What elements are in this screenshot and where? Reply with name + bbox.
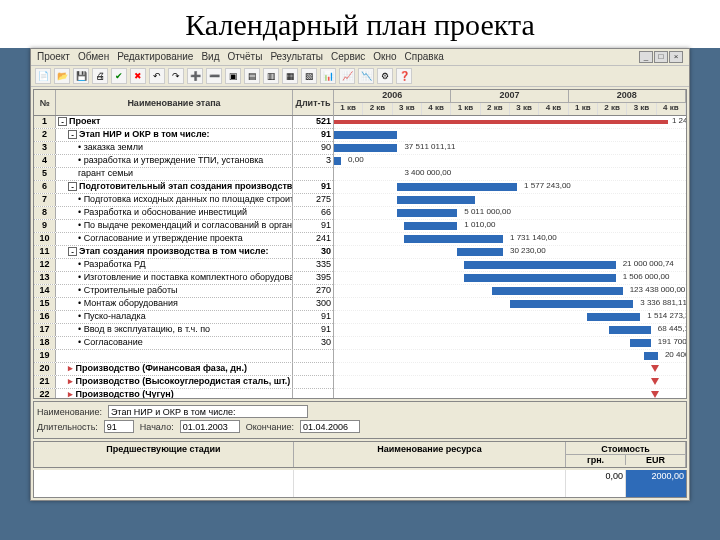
tb-new[interactable]: 📄: [35, 68, 51, 84]
tb-open[interactable]: 📂: [54, 68, 70, 84]
gantt-row[interactable]: 1 577 243,00: [334, 181, 686, 194]
gantt-row[interactable]: 1 506 000,00: [334, 272, 686, 285]
tb-cancel[interactable]: ✖: [130, 68, 146, 84]
gantt-row[interactable]: [334, 363, 686, 376]
task-row[interactable]: 1-Проект521: [34, 116, 333, 129]
gantt-body[interactable]: 1 242 564,4437 511 011,110,003 400 000,0…: [334, 116, 686, 398]
gantt-row[interactable]: 20 400,00: [334, 350, 686, 363]
task-row[interactable]: 13• Изготовление и поставка комплектного…: [34, 272, 333, 285]
col-cost[interactable]: Стоимость грн. EUR: [566, 442, 686, 467]
gantt-row[interactable]: [334, 129, 686, 142]
gantt-row[interactable]: 1 514 273,30: [334, 311, 686, 324]
toggle-icon[interactable]: -: [68, 182, 77, 191]
prev-stages-cell[interactable]: [34, 470, 294, 497]
tb-c[interactable]: ▥: [263, 68, 279, 84]
task-row[interactable]: 17• Ввод в эксплуатацию, в т.ч. по91: [34, 324, 333, 337]
gantt-bar[interactable]: [630, 339, 651, 347]
menu-project[interactable]: Проект: [37, 51, 70, 63]
tb-add[interactable]: ➕: [187, 68, 203, 84]
menu-edit[interactable]: Редактирование: [117, 51, 193, 63]
gantt-bar[interactable]: [334, 144, 397, 152]
gantt-bar[interactable]: [464, 274, 615, 282]
gantt-bar[interactable]: [397, 196, 474, 204]
task-row[interactable]: 14• Строительные работы270: [34, 285, 333, 298]
gantt-row[interactable]: 37 511 011,11: [334, 142, 686, 155]
col-duration[interactable]: Длит-ть: [293, 90, 333, 115]
menu-exchange[interactable]: Обмен: [78, 51, 109, 63]
gantt-row[interactable]: 5 011 000,00: [334, 207, 686, 220]
gantt-row[interactable]: 68 445,11: [334, 324, 686, 337]
gantt-bar[interactable]: [644, 352, 658, 360]
tb-d[interactable]: ▦: [282, 68, 298, 84]
gantt-row[interactable]: 1 242 564,44: [334, 116, 686, 129]
gantt-row[interactable]: [334, 194, 686, 207]
task-row[interactable]: 4• разработка и утверждение ТПИ, установ…: [34, 155, 333, 168]
gantt-row[interactable]: 3 400 000,00: [334, 168, 686, 181]
tb-b[interactable]: ▤: [244, 68, 260, 84]
minimize-button[interactable]: _: [639, 51, 653, 63]
menu-help[interactable]: Справка: [405, 51, 444, 63]
task-row[interactable]: 10• Согласование и утверждение проекта24…: [34, 233, 333, 246]
tb-check[interactable]: ✔: [111, 68, 127, 84]
task-row[interactable]: 21▸ Производство (Высокоуглеродистая ста…: [34, 376, 333, 389]
tb-f[interactable]: ⚙: [377, 68, 393, 84]
task-row[interactable]: 22▸ Производство (Чугун): [34, 389, 333, 398]
gantt-bar[interactable]: [464, 261, 615, 269]
gantt-bar[interactable]: [609, 326, 651, 334]
task-row[interactable]: 5гарант семьи: [34, 168, 333, 181]
gantt-bar[interactable]: [334, 131, 397, 139]
task-row[interactable]: 18• Согласование30: [34, 337, 333, 350]
gantt-bar[interactable]: [397, 209, 457, 217]
duration-field[interactable]: [104, 420, 134, 433]
gantt-row[interactable]: 123 438 000,00: [334, 285, 686, 298]
task-row[interactable]: 2-Этап НИР и ОКР в том числе:91: [34, 129, 333, 142]
gantt-row[interactable]: 1 731 140,00: [334, 233, 686, 246]
task-row[interactable]: 6-Подготовительный этап создания произво…: [34, 181, 333, 194]
tb-print[interactable]: 🖨: [92, 68, 108, 84]
gantt-row[interactable]: [334, 389, 686, 398]
gantt-row[interactable]: 0,00: [334, 155, 686, 168]
gantt-row[interactable]: 30 230,00: [334, 246, 686, 259]
task-row[interactable]: 11-Этап создания производства в том числ…: [34, 246, 333, 259]
gantt-row[interactable]: 3 336 881,11: [334, 298, 686, 311]
tb-a[interactable]: ▣: [225, 68, 241, 84]
task-row[interactable]: 8• Разработка и обоснование инвестиций66: [34, 207, 333, 220]
col-name[interactable]: Наименование этапа: [56, 90, 293, 115]
gantt-bar[interactable]: [457, 248, 503, 256]
task-row[interactable]: 16• Пуско-наладка91: [34, 311, 333, 324]
tb-e[interactable]: ▧: [301, 68, 317, 84]
tb-chart3[interactable]: 📉: [358, 68, 374, 84]
menu-window[interactable]: Окно: [373, 51, 396, 63]
gantt-bar[interactable]: [334, 120, 668, 124]
gantt-row[interactable]: 191 700,10: [334, 337, 686, 350]
gantt-bar[interactable]: [510, 300, 633, 308]
gantt-row[interactable]: 21 000 000,74: [334, 259, 686, 272]
task-row[interactable]: 9• По выдаче рекомендаций и согласований…: [34, 220, 333, 233]
gantt-bar[interactable]: [587, 313, 640, 321]
name-field[interactable]: [108, 405, 308, 418]
menu-results[interactable]: Результаты: [270, 51, 323, 63]
tb-chart2[interactable]: 📈: [339, 68, 355, 84]
tb-save[interactable]: 💾: [73, 68, 89, 84]
gantt-bar[interactable]: [492, 287, 622, 295]
gantt-bar[interactable]: [397, 183, 517, 191]
toggle-icon[interactable]: -: [58, 117, 67, 126]
task-row[interactable]: 12• Разработка РД335: [34, 259, 333, 272]
maximize-button[interactable]: □: [654, 51, 668, 63]
gantt-bar[interactable]: [334, 157, 341, 165]
col-resource-name[interactable]: Наименование ресурса: [294, 442, 566, 467]
toggle-icon[interactable]: -: [68, 247, 77, 256]
tb-chart1[interactable]: 📊: [320, 68, 336, 84]
toggle-icon[interactable]: -: [68, 130, 77, 139]
col-number[interactable]: №: [34, 90, 56, 115]
menu-reports[interactable]: Отчёты: [227, 51, 262, 63]
task-row[interactable]: 7• Подготовка исходных данных по площадк…: [34, 194, 333, 207]
tb-g[interactable]: ❓: [396, 68, 412, 84]
close-button[interactable]: ×: [669, 51, 683, 63]
menu-service[interactable]: Сервис: [331, 51, 365, 63]
gantt-bar[interactable]: [404, 222, 457, 230]
start-field[interactable]: [180, 420, 240, 433]
tb-del[interactable]: ➖: [206, 68, 222, 84]
task-row[interactable]: 3• заказка земли90: [34, 142, 333, 155]
task-row[interactable]: 15• Монтаж оборудования300: [34, 298, 333, 311]
